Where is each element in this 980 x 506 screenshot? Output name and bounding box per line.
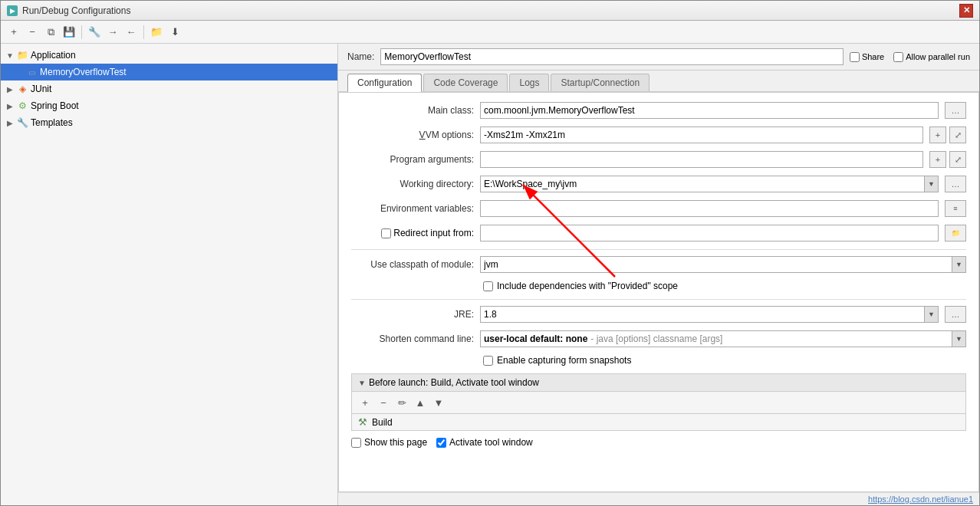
parallel-label: Allow parallel run bbox=[906, 52, 970, 61]
divider-1 bbox=[351, 249, 966, 250]
toolbar: + − ⧉ 💾 🔧 → ← 📁 ⬇ bbox=[1, 21, 979, 44]
parallel-checkbox-group: Allow parallel run bbox=[893, 52, 970, 62]
remove-button[interactable]: − bbox=[24, 24, 41, 41]
footer-bar: https://blog.csdn.net/lianue1 bbox=[338, 492, 979, 505]
window-title: Run/Debug Configurations bbox=[22, 5, 130, 16]
folder-icon-application: 📁 bbox=[16, 49, 28, 61]
share-checkbox[interactable] bbox=[850, 52, 860, 62]
config-panel: Main class: … VVM options: + ⤢ Program a… bbox=[338, 92, 979, 492]
show-page-checkbox[interactable] bbox=[351, 438, 361, 448]
sidebar-item-memoryoverflowtest[interactable]: ▭ MemoryOverflowTest bbox=[1, 64, 337, 80]
share-checkbox-group: Share bbox=[850, 52, 884, 62]
header-checkboxes: Share Allow parallel run bbox=[850, 52, 970, 62]
settings-button[interactable]: 🔧 bbox=[86, 24, 103, 41]
config-icon-memory: ▭ bbox=[25, 66, 38, 78]
jre-browse-btn[interactable]: … bbox=[945, 306, 966, 323]
activate-checkbox[interactable] bbox=[436, 438, 446, 448]
redirect-label: Redirect input from: bbox=[393, 228, 474, 238]
vm-options-input[interactable] bbox=[480, 127, 923, 143]
sidebar-item-springboot[interactable]: ▶ ⚙ Spring Boot bbox=[1, 97, 337, 114]
vm-fullscreen-btn[interactable]: ⤢ bbox=[949, 127, 966, 143]
vm-expand-btns: + ⤢ bbox=[929, 127, 966, 143]
expand-application[interactable]: ▼ bbox=[4, 49, 16, 61]
shorten-dropdown[interactable]: ▼ bbox=[952, 330, 966, 347]
copy-button[interactable]: ⧉ bbox=[42, 24, 59, 41]
close-button[interactable]: ✕ bbox=[959, 4, 973, 18]
tab-configuration[interactable]: Configuration bbox=[347, 74, 422, 92]
shorten-wrapper: user-local default: none - java [options… bbox=[480, 330, 966, 347]
before-launch-edit-btn[interactable]: ✏ bbox=[393, 394, 410, 411]
forward-button[interactable]: → bbox=[104, 24, 121, 41]
redirect-checkbox[interactable] bbox=[381, 228, 391, 238]
args-expand-btn[interactable]: + bbox=[929, 151, 946, 168]
jre-label: JRE: bbox=[351, 309, 474, 320]
jre-dropdown[interactable]: ▼ bbox=[925, 306, 939, 323]
jre-row: JRE: ▼ … bbox=[351, 306, 966, 323]
before-launch-label: Before launch: Build, Activate tool wind… bbox=[369, 377, 539, 388]
args-fullscreen-btn[interactable]: ⤢ bbox=[949, 151, 966, 168]
classpath-input[interactable] bbox=[480, 256, 952, 273]
main-class-input[interactable] bbox=[480, 102, 939, 119]
sort-button[interactable]: ⬇ bbox=[166, 24, 183, 41]
show-page-group: Show this page bbox=[351, 437, 427, 448]
name-label: Name: bbox=[347, 51, 374, 62]
before-launch-toolbar: + − ✏ ▲ ▼ bbox=[352, 392, 965, 414]
working-dir-dropdown[interactable]: ▼ bbox=[925, 176, 939, 192]
divider-2 bbox=[351, 299, 966, 300]
expand-memory bbox=[13, 66, 25, 78]
tab-startup[interactable]: Startup/Connection bbox=[551, 74, 649, 91]
working-dir-input[interactable] bbox=[480, 176, 925, 192]
before-launch-up-btn[interactable]: ▲ bbox=[412, 394, 429, 411]
before-launch-remove-btn[interactable]: − bbox=[375, 394, 392, 411]
name-input[interactable] bbox=[380, 48, 844, 65]
tab-logs[interactable]: Logs bbox=[509, 74, 549, 91]
show-page-label: Show this page bbox=[364, 437, 427, 448]
env-vars-browse-btn[interactable]: ≡ bbox=[945, 200, 966, 217]
title-bar-left: ▶ Run/Debug Configurations bbox=[7, 5, 130, 16]
sidebar-item-application[interactable]: ▼ 📁 Application bbox=[1, 47, 337, 64]
back-button[interactable]: ← bbox=[123, 24, 140, 41]
jre-input[interactable] bbox=[480, 306, 925, 323]
before-launch-arrow[interactable]: ▼ bbox=[358, 379, 366, 387]
include-deps-row: Include dependencies with "Provided" sco… bbox=[483, 281, 966, 291]
memoryoverflowtest-label: MemoryOverflowTest bbox=[40, 67, 127, 77]
enable-snapshots-label: Enable capturing form snapshots bbox=[497, 355, 631, 366]
expand-springboot[interactable]: ▶ bbox=[4, 100, 16, 112]
tab-code-coverage[interactable]: Code Coverage bbox=[423, 74, 508, 91]
redirect-input[interactable] bbox=[480, 225, 939, 242]
add-button[interactable]: + bbox=[5, 24, 22, 41]
title-bar: ▶ Run/Debug Configurations ✕ bbox=[1, 1, 979, 21]
sidebar-item-junit[interactable]: ▶ ◈ JUnit bbox=[1, 80, 337, 97]
parallel-checkbox[interactable] bbox=[893, 52, 903, 62]
working-dir-browse-btn[interactable]: … bbox=[945, 176, 966, 192]
classpath-dropdown[interactable]: ▼ bbox=[952, 256, 966, 273]
sidebar-item-templates[interactable]: ▶ 🔧 Templates bbox=[1, 114, 337, 131]
enable-snapshots-checkbox[interactable] bbox=[483, 356, 493, 366]
before-launch-down-btn[interactable]: ▼ bbox=[430, 394, 447, 411]
before-launch-header: ▼ Before launch: Build, Activate tool wi… bbox=[352, 374, 965, 392]
junit-icon: ◈ bbox=[16, 83, 28, 95]
vm-options-row: VVM options: + ⤢ bbox=[351, 127, 966, 143]
expand-templates[interactable]: ▶ bbox=[4, 117, 16, 129]
vm-expand-btn[interactable]: + bbox=[929, 127, 946, 143]
save-button[interactable]: 💾 bbox=[61, 24, 77, 41]
right-panel: Name: Share Allow parallel run Configura… bbox=[338, 44, 979, 505]
templates-icon: 🔧 bbox=[16, 117, 28, 129]
redirect-browse-btn[interactable]: 📁 bbox=[945, 225, 966, 242]
shorten-display[interactable]: user-local default: none - java [options… bbox=[480, 330, 952, 347]
footer-url[interactable]: https://blog.csdn.net/lianue1 bbox=[868, 495, 973, 504]
main-class-browse-btn[interactable]: … bbox=[945, 102, 966, 119]
env-vars-row: Environment variables: ≡ bbox=[351, 200, 966, 217]
main-class-row: Main class: … bbox=[351, 102, 966, 119]
program-args-input[interactable] bbox=[480, 151, 923, 168]
expand-junit[interactable]: ▶ bbox=[4, 83, 16, 95]
before-launch-add-btn[interactable]: + bbox=[357, 394, 373, 411]
folder-button[interactable]: 📁 bbox=[148, 24, 165, 41]
shorten-label: Shorten command line: bbox=[351, 334, 474, 344]
before-launch-build-item: ⚒ Build bbox=[352, 414, 965, 430]
env-vars-input[interactable] bbox=[480, 200, 939, 217]
include-deps-checkbox[interactable] bbox=[483, 281, 493, 291]
junit-label: JUnit bbox=[31, 84, 51, 94]
separator-2 bbox=[143, 25, 144, 39]
program-args-label: Program arguments: bbox=[351, 154, 474, 165]
